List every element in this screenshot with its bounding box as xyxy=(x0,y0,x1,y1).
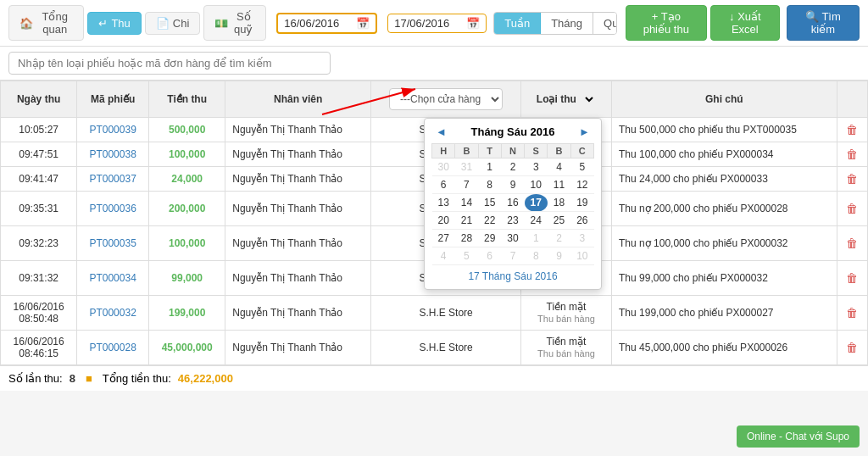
cal-day[interactable]: 4 xyxy=(548,158,570,176)
cal-day[interactable]: 15 xyxy=(478,194,501,212)
cal-day[interactable]: 17 xyxy=(525,194,548,212)
cal-day[interactable]: 27 xyxy=(432,230,455,247)
delete-icon[interactable]: 🗑 xyxy=(846,306,858,320)
cell-code: PT000028 xyxy=(77,331,149,365)
cell-delete[interactable]: 🗑 xyxy=(837,296,867,331)
search-input[interactable] xyxy=(8,52,331,75)
cal-day[interactable]: 28 xyxy=(455,230,478,247)
cal-day[interactable]: 12 xyxy=(570,176,593,194)
cal-day[interactable]: 1 xyxy=(525,230,548,247)
calendar-icon-to[interactable]: 📅 xyxy=(466,17,480,30)
period-tuan[interactable]: Tuần xyxy=(494,13,541,34)
cal-day[interactable]: 10 xyxy=(525,176,548,194)
cal-day[interactable]: 6 xyxy=(432,176,455,194)
cal-day[interactable]: 30 xyxy=(501,230,524,247)
cell-amount: 100,000 xyxy=(149,226,225,261)
delete-icon[interactable]: 🗑 xyxy=(846,271,858,285)
cal-day[interactable]: 30 xyxy=(432,158,455,176)
cal-day[interactable]: 5 xyxy=(455,247,478,265)
cell-code: PT000036 xyxy=(77,192,149,226)
cell-delete[interactable]: 🗑 xyxy=(837,118,867,142)
cell-delete[interactable]: 🗑 xyxy=(837,167,867,192)
cell-amount: 100,000 xyxy=(149,142,225,167)
delete-icon[interactable]: 🗑 xyxy=(846,147,858,161)
cal-day[interactable]: 3 xyxy=(570,230,593,247)
cal-day[interactable]: 13 xyxy=(432,194,455,212)
loaithu-select[interactable] xyxy=(579,92,596,106)
tab-soqui[interactable]: 💵 Số quỹ xyxy=(203,5,266,41)
cal-day[interactable]: 29 xyxy=(478,230,501,247)
cell-code: PT000038 xyxy=(77,142,149,167)
table-row: 16/06/201608:50:48 PT000032 199,000 Nguy… xyxy=(1,296,868,331)
period-qui[interactable]: Quí xyxy=(593,13,617,34)
export-excel-button[interactable]: ↓ Xuất Excel xyxy=(710,5,780,41)
cell-delete[interactable]: 🗑 xyxy=(837,192,867,226)
cell-delete[interactable]: 🗑 xyxy=(837,142,867,167)
cal-day[interactable]: 10 xyxy=(570,247,593,265)
tab-tongquan[interactable]: 🏠 Tổng quan xyxy=(8,5,84,41)
cal-day[interactable]: 6 xyxy=(478,247,501,265)
calendar-icon-from[interactable]: 📅 xyxy=(356,17,370,30)
cell-note: Thu 24,000 cho phiếu PX000033 xyxy=(612,167,837,192)
cal-day[interactable]: 4 xyxy=(432,247,455,265)
cal-day[interactable]: 1 xyxy=(478,158,501,176)
tab-thu[interactable]: ↵ Thu xyxy=(87,12,141,35)
cal-day[interactable]: 3 xyxy=(525,158,548,176)
cell-delete[interactable]: 🗑 xyxy=(837,261,867,296)
cal-next[interactable]: ► xyxy=(575,125,594,138)
cal-day[interactable]: 26 xyxy=(570,212,593,230)
delete-icon[interactable]: 🗑 xyxy=(846,202,858,215)
cal-day[interactable]: 16 xyxy=(501,194,524,212)
cal-day[interactable]: 19 xyxy=(570,194,593,212)
cell-date: 09:35:31 xyxy=(1,192,77,226)
col-action xyxy=(837,81,867,118)
cell-code: PT000032 xyxy=(77,296,149,331)
store-select[interactable]: ---Chọn cửa hàng S.H.E Store SAE Store xyxy=(389,88,503,110)
cal-day[interactable]: 9 xyxy=(548,247,570,265)
create-phieu-button[interactable]: + Tạo phiếu thu xyxy=(626,5,707,41)
delete-icon[interactable]: 🗑 xyxy=(846,123,858,136)
cal-day[interactable]: 24 xyxy=(525,212,548,230)
cal-prev[interactable]: ◄ xyxy=(431,125,451,138)
col-maphieu: Mã phiếu xyxy=(77,81,149,118)
cal-day[interactable]: 5 xyxy=(570,158,593,176)
cal-day[interactable]: 31 xyxy=(455,158,478,176)
date-to-input[interactable] xyxy=(394,17,462,30)
search-button[interactable]: 🔍 Tìm kiếm xyxy=(787,5,860,41)
cal-day[interactable]: 11 xyxy=(548,176,570,194)
cell-delete[interactable]: 🗑 xyxy=(837,226,867,261)
cal-weekday: S xyxy=(525,144,548,158)
cal-day[interactable]: 2 xyxy=(548,230,570,247)
cell-staff: Nguyễn Thị Thanh Thảo xyxy=(225,296,371,331)
cell-staff: Nguyễn Thị Thanh Thảo xyxy=(225,226,371,261)
cal-day[interactable]: 8 xyxy=(478,176,501,194)
cal-day[interactable]: 14 xyxy=(455,194,478,212)
tab-chi[interactable]: 📄 Chi xyxy=(145,12,201,35)
period-buttons: Tuần Tháng Quí ▼ xyxy=(493,12,616,35)
cell-date: 09:41:47 xyxy=(1,167,77,192)
cal-header: ◄ Tháng Sáu 2016 ► xyxy=(431,125,594,138)
date-from-input[interactable] xyxy=(284,17,352,30)
cell-code: PT000039 xyxy=(77,118,149,142)
date-to-wrap: 📅 xyxy=(387,14,487,33)
col-tienthu: Tiền thu xyxy=(149,81,225,118)
cal-day[interactable]: 20 xyxy=(432,212,455,230)
cal-day[interactable]: 18 xyxy=(548,194,570,212)
cal-day[interactable]: 2 xyxy=(501,158,524,176)
cal-day[interactable]: 7 xyxy=(455,176,478,194)
delete-icon[interactable]: 🗑 xyxy=(846,172,858,186)
cell-delete[interactable]: 🗑 xyxy=(837,331,867,365)
cal-day[interactable]: 21 xyxy=(455,212,478,230)
cell-staff: Nguyễn Thị Thanh Thảo xyxy=(225,331,371,365)
cal-day[interactable]: 25 xyxy=(548,212,570,230)
delete-icon[interactable]: 🗑 xyxy=(846,236,858,250)
cal-day[interactable]: 23 xyxy=(501,212,524,230)
cell-note: Thu nợ 100,000 cho phiếu PX000032 xyxy=(612,226,837,261)
cal-day[interactable]: 8 xyxy=(525,247,548,265)
cal-day[interactable]: 7 xyxy=(501,247,524,265)
cell-code: PT000037 xyxy=(77,167,149,192)
period-thang[interactable]: Tháng xyxy=(541,13,593,34)
delete-icon[interactable]: 🗑 xyxy=(846,341,858,354)
cal-day[interactable]: 9 xyxy=(501,176,524,194)
cal-day[interactable]: 22 xyxy=(478,212,501,230)
